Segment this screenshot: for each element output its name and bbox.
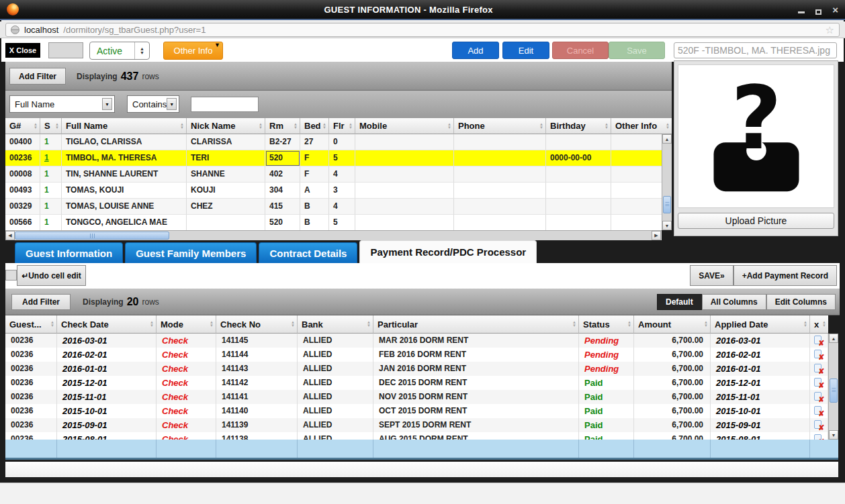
column-header[interactable]: Birthday ▲▼	[546, 118, 611, 134]
scrollbar-thumb[interactable]	[15, 232, 169, 240]
scroll-down-icon[interactable]: ▼	[829, 430, 838, 440]
column-header[interactable]: Mobile ▲▼	[355, 118, 454, 134]
cell-applied-date[interactable]: 2015-09-01	[711, 418, 810, 432]
table-row[interactable]: 00329 1 TOMAS, LOUISE ANNE CHEZ 415 B 4	[5, 199, 662, 215]
cell-applied-date[interactable]: 2015-08-01	[711, 432, 810, 440]
delete-row-icon[interactable]	[814, 406, 824, 417]
delete-row-icon[interactable]	[814, 336, 824, 346]
cell-phone[interactable]	[454, 166, 546, 183]
cell-full-name[interactable]: TONGCO, ANGELICA MAE	[62, 215, 187, 230]
cell-mode[interactable]: Check	[157, 348, 216, 362]
table-row[interactable]: 00236 2015-08-01 Check 141138 ALLIED AUG…	[5, 432, 828, 440]
tab[interactable]: Guest Family Members	[125, 242, 257, 263]
cell-mode[interactable]: Check	[157, 418, 216, 432]
cell-birthday[interactable]	[546, 183, 611, 199]
cell-check-date[interactable]: 2016-01-01	[57, 362, 157, 376]
view-button[interactable]: Edit Columns	[766, 294, 836, 310]
cell-check-date[interactable]: 2015-11-01	[57, 390, 157, 404]
cell-amount[interactable]: 6,700.00	[634, 418, 711, 432]
cell-phone[interactable]	[454, 199, 546, 215]
table-row[interactable]: 00236 2015-10-01 Check 141140 ALLIED OCT…	[5, 404, 828, 418]
cell-particular[interactable]: DEC 2015 DORM RENT	[373, 376, 579, 390]
column-header[interactable]: Mode ▲▼	[157, 315, 216, 334]
cell-other-info[interactable]	[611, 199, 662, 215]
cell-check-no[interactable]: 141138	[216, 432, 298, 440]
cell-other-info[interactable]	[611, 166, 662, 183]
cell-particular[interactable]: JAN 2016 DORM RENT	[373, 362, 579, 376]
cell-guest[interactable]: 00236	[5, 334, 57, 348]
cell-delete[interactable]	[810, 376, 828, 390]
cell-bank[interactable]: ALLIED	[298, 418, 373, 432]
close-button[interactable]: ×	[832, 4, 838, 15]
cell-g-number[interactable]: 00400	[5, 134, 40, 150]
add-filter-button[interactable]: Add Filter	[9, 68, 66, 85]
cell-g-number[interactable]: 00493	[5, 183, 40, 199]
cell-mobile[interactable]	[355, 183, 454, 199]
cell-delete[interactable]	[810, 418, 828, 432]
cell-full-name[interactable]: TOMAS, LOUISE ANNE	[62, 199, 187, 215]
cell-bank[interactable]: ALLIED	[298, 334, 373, 348]
cell-mobile[interactable]	[355, 166, 454, 183]
cell-bank[interactable]: ALLIED	[298, 362, 373, 376]
cell-check-no[interactable]: 141144	[216, 348, 298, 362]
scrollbar-thumb[interactable]: ☰	[663, 196, 671, 213]
upload-picture-button[interactable]: Upload Picture	[678, 213, 834, 229]
cell-birthday[interactable]	[546, 166, 611, 183]
cell-mobile[interactable]	[355, 134, 454, 150]
cell-mode[interactable]: Check	[157, 390, 216, 404]
cell-status[interactable]: 1	[40, 215, 62, 230]
cell-birthday[interactable]	[546, 134, 611, 150]
cell-nick-name[interactable]: SHANNE	[187, 166, 265, 183]
cell-phone[interactable]	[454, 183, 546, 199]
cell-guest[interactable]: 00236	[5, 362, 57, 376]
cell-nick-name[interactable]	[187, 215, 265, 230]
table-row[interactable]: 00493 1 TOMAS, KOUJI KOUJI 304 A 3	[5, 183, 662, 199]
save-payments-button[interactable]: SAVE»	[690, 265, 733, 286]
cell-guest[interactable]: 00236	[5, 432, 57, 440]
cell-status[interactable]: Paid	[579, 376, 634, 390]
cell-floor[interactable]: 4	[329, 199, 355, 215]
cell-particular[interactable]: MAR 2016 DORM RENT	[373, 334, 579, 348]
cell-nick-name[interactable]: CHEZ	[187, 199, 265, 215]
minimize-button[interactable]	[798, 4, 805, 15]
tab[interactable]: Contract Details	[259, 242, 357, 263]
cell-birthday[interactable]	[546, 199, 611, 215]
table-row[interactable]: 00236 2015-09-01 Check 141139 ALLIED SEP…	[5, 418, 828, 432]
cell-phone[interactable]	[454, 150, 546, 166]
add-payment-record-button[interactable]: +Add Payment Record	[733, 265, 837, 286]
delete-row-icon[interactable]	[814, 420, 824, 431]
cell-guest[interactable]: 00236	[5, 418, 57, 432]
scrollbar-thumb[interactable]: ☰	[830, 379, 838, 403]
cell-check-no[interactable]: 141142	[216, 376, 298, 390]
cell-guest[interactable]: 00236	[5, 404, 57, 418]
cell-bed[interactable]: B	[300, 215, 329, 230]
table-row[interactable]: 00566 1 TONGCO, ANGELICA MAE 520 B 5	[5, 215, 662, 230]
cell-delete[interactable]	[810, 348, 828, 362]
cell-status[interactable]: Paid	[579, 404, 634, 418]
cell-applied-date[interactable]: 2015-12-01	[711, 376, 810, 390]
column-header[interactable]: Check Date ▲▼	[57, 315, 157, 334]
cell-birthday[interactable]	[546, 215, 611, 230]
cell-particular[interactable]: FEB 2016 DORM RENT	[373, 348, 579, 362]
maximize-button[interactable]	[815, 4, 821, 15]
cell-check-date[interactable]: 2016-02-01	[57, 348, 157, 362]
delete-row-icon[interactable]	[814, 378, 824, 389]
cell-check-date[interactable]: 2016-03-01	[57, 334, 157, 348]
scroll-up-icon[interactable]: ▲	[662, 134, 672, 144]
cell-bank[interactable]: ALLIED	[298, 348, 373, 362]
table-row[interactable]: 00236 2015-12-01 Check 141142 ALLIED DEC…	[5, 376, 828, 390]
cell-status[interactable]: Paid	[579, 390, 634, 404]
cell-floor[interactable]: 5	[329, 150, 355, 166]
selected-new-row[interactable]	[5, 440, 838, 460]
table-row[interactable]: 00400 1 TIGLAO, CLARISSA CLARISSA B2-27 …	[5, 134, 662, 150]
cell-other-info[interactable]	[611, 134, 662, 150]
cell-applied-date[interactable]: 2016-03-01	[711, 334, 810, 348]
cell-bed[interactable]: F	[300, 150, 329, 166]
cell-applied-date[interactable]: 2015-11-01	[711, 390, 810, 404]
cell-particular[interactable]: NOV 2015 DORM RENT	[373, 390, 579, 404]
column-header[interactable]: S ▲▼	[40, 118, 62, 134]
column-header[interactable]: Full Name ▲▼	[62, 118, 187, 134]
scroll-right-icon[interactable]: ▶	[652, 231, 661, 240]
cell-check-no[interactable]: 141143	[216, 362, 298, 376]
cell-bank[interactable]: ALLIED	[298, 390, 373, 404]
